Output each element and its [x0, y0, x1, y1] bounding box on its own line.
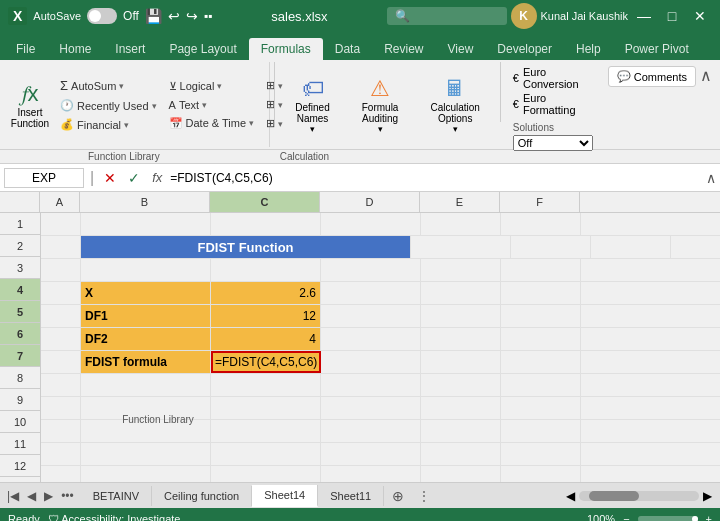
- cell-a4[interactable]: [41, 282, 81, 304]
- ribbon-collapse-button[interactable]: ∧: [700, 66, 712, 85]
- cell-f4[interactable]: [501, 282, 581, 304]
- name-box[interactable]: [4, 168, 84, 188]
- tab-review[interactable]: Review: [372, 38, 435, 60]
- tab-scroll-next-button[interactable]: ▶: [41, 487, 56, 505]
- comments-button[interactable]: 💬 Comments: [608, 66, 696, 87]
- tab-power-pivot[interactable]: Power Pivot: [613, 38, 701, 60]
- tab-help[interactable]: Help: [564, 38, 613, 60]
- tab-view[interactable]: View: [436, 38, 486, 60]
- cell-f1[interactable]: [501, 213, 581, 235]
- tab-scroll-first-button[interactable]: |◀: [4, 487, 22, 505]
- cell-b4[interactable]: X: [81, 282, 211, 304]
- maximize-button[interactable]: □: [660, 4, 684, 28]
- cell-e2[interactable]: [511, 236, 591, 258]
- cell-a2[interactable]: [41, 236, 81, 258]
- col-header-c[interactable]: C: [210, 192, 320, 212]
- euro-conversion-button[interactable]: € Euro Conversion: [513, 66, 596, 90]
- autosave-toggle[interactable]: [87, 8, 117, 24]
- cell-c7[interactable]: =FDIST(C4,C5,C6): [211, 351, 321, 373]
- formula-bar-collapse-icon[interactable]: ∧: [706, 170, 716, 186]
- col-header-e[interactable]: E: [420, 192, 500, 212]
- cell-f2[interactable]: [591, 236, 671, 258]
- cell-d2[interactable]: [411, 236, 511, 258]
- cell-e4[interactable]: [421, 282, 501, 304]
- cell-f3[interactable]: [501, 259, 581, 281]
- logical-button[interactable]: ⊻ Logical ▾: [165, 78, 259, 95]
- solutions-dropdown[interactable]: Off: [513, 135, 593, 151]
- minimize-button[interactable]: —: [632, 4, 656, 28]
- scrollbar-thumb[interactable]: [589, 491, 639, 501]
- cell-a6[interactable]: [41, 328, 81, 350]
- cell-e6[interactable]: [421, 328, 501, 350]
- col-header-f[interactable]: F: [500, 192, 580, 212]
- tab-developer[interactable]: Developer: [485, 38, 564, 60]
- tab-home[interactable]: Home: [47, 38, 103, 60]
- scroll-right-button[interactable]: ▶: [703, 489, 712, 503]
- cell-c3[interactable]: [211, 259, 321, 281]
- zoom-slider[interactable]: [638, 516, 698, 521]
- insert-function-button[interactable]: 𝑓x InsertFunction: [8, 77, 52, 133]
- col-header-a[interactable]: A: [40, 192, 80, 212]
- cell-a3[interactable]: [41, 259, 81, 281]
- fx-button[interactable]: fx: [148, 168, 166, 187]
- cell-b6[interactable]: DF2: [81, 328, 211, 350]
- cell-b7[interactable]: FDIST formula: [81, 351, 211, 373]
- defined-names-button[interactable]: 🏷 DefinedNames ▾: [287, 66, 337, 143]
- tab-page-layout[interactable]: Page Layout: [157, 38, 248, 60]
- save-icon[interactable]: 💾: [145, 8, 162, 24]
- cell-e1[interactable]: [421, 213, 501, 235]
- redo-icon[interactable]: ↪: [186, 8, 198, 24]
- cell-a5[interactable]: [41, 305, 81, 327]
- tab-scroll-more-button[interactable]: •••: [58, 487, 77, 505]
- cell-a1[interactable]: [41, 213, 81, 235]
- financial-button[interactable]: 💰 Financial ▾: [56, 116, 161, 133]
- cell-a7[interactable]: [41, 351, 81, 373]
- cell-d7[interactable]: [321, 351, 421, 373]
- cell-d1[interactable]: [321, 213, 421, 235]
- formula-auditing-button[interactable]: ⚠ FormulaAuditing ▾: [354, 66, 407, 143]
- autosum-button[interactable]: Σ AutoSum ▾: [56, 76, 161, 95]
- cell-c4[interactable]: 2.6: [211, 282, 321, 304]
- tab-formulas[interactable]: Formulas: [249, 38, 323, 60]
- tab-insert[interactable]: Insert: [103, 38, 157, 60]
- tab-scroll-prev-button[interactable]: ◀: [24, 487, 39, 505]
- undo-icon[interactable]: ↩: [168, 8, 180, 24]
- cell-e5[interactable]: [421, 305, 501, 327]
- tab-file[interactable]: File: [4, 38, 47, 60]
- text-button[interactable]: A Text ▾: [165, 97, 259, 113]
- cell-e3[interactable]: [421, 259, 501, 281]
- sheet-options-button[interactable]: ⋮: [412, 485, 436, 507]
- cell-d6[interactable]: [321, 328, 421, 350]
- cell-d4[interactable]: [321, 282, 421, 304]
- cell-b2[interactable]: FDIST Function: [81, 236, 411, 258]
- sheet-tab-sheet11[interactable]: Sheet11: [318, 486, 384, 506]
- sheet-tab-ceiling[interactable]: Ceiling function: [152, 486, 252, 506]
- cell-c6[interactable]: 4: [211, 328, 321, 350]
- scrollbar-track[interactable]: [579, 491, 699, 501]
- cell-d3[interactable]: [321, 259, 421, 281]
- cell-e7[interactable]: [421, 351, 501, 373]
- formula-input[interactable]: [170, 171, 702, 185]
- close-button[interactable]: ✕: [688, 4, 712, 28]
- cell-b3[interactable]: [81, 259, 211, 281]
- cell-c5[interactable]: 12: [211, 305, 321, 327]
- recently-used-button[interactable]: 🕐 Recently Used ▾: [56, 97, 161, 114]
- zoom-out-button[interactable]: −: [623, 513, 629, 521]
- add-sheet-button[interactable]: ⊕: [384, 484, 412, 508]
- sheet-tab-betainv[interactable]: BETAINV: [81, 486, 152, 506]
- search-box[interactable]: 🔍: [387, 7, 507, 25]
- col-header-b[interactable]: B: [80, 192, 210, 212]
- cell-b1[interactable]: [81, 213, 211, 235]
- sheet-tab-sheet14[interactable]: Sheet14: [252, 485, 318, 507]
- scroll-left-button[interactable]: ◀: [566, 489, 575, 503]
- zoom-in-button[interactable]: +: [706, 513, 712, 521]
- date-time-button[interactable]: 📅 Date & Time ▾: [165, 115, 259, 132]
- cell-d5[interactable]: [321, 305, 421, 327]
- tab-data[interactable]: Data: [323, 38, 372, 60]
- select-all-button[interactable]: [0, 192, 40, 212]
- euro-formatting-button[interactable]: € Euro Formatting: [513, 92, 596, 116]
- cell-f6[interactable]: [501, 328, 581, 350]
- cell-c1[interactable]: [211, 213, 321, 235]
- cancel-button[interactable]: ✕: [100, 168, 120, 188]
- cell-f7[interactable]: [501, 351, 581, 373]
